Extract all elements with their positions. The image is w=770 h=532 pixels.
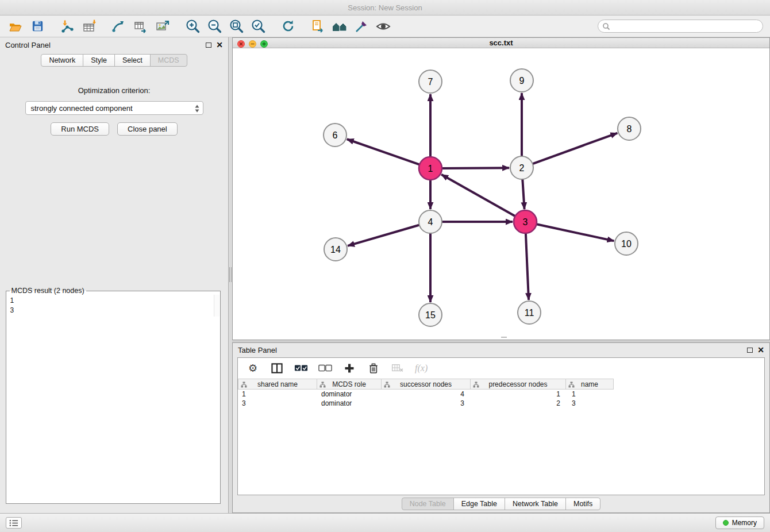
- memory-button[interactable]: Memory: [715, 516, 764, 529]
- graph-node[interactable]: 6: [324, 124, 346, 147]
- graph-node[interactable]: 4: [419, 210, 442, 233]
- graph-edge[interactable]: [526, 232, 529, 300]
- table-settings-button[interactable]: ⚙: [246, 361, 260, 375]
- column-header[interactable]: successor nodes: [381, 379, 471, 390]
- graph-node[interactable]: 8: [618, 117, 641, 140]
- criterion-dropdown[interactable]: strongly connected component: [25, 101, 203, 115]
- zoom-window-icon[interactable]: [260, 40, 268, 48]
- graph-edge[interactable]: [441, 168, 509, 168]
- network-canvas[interactable]: 7968124314101511: [233, 48, 769, 340]
- close-panel-icon[interactable]: ✕: [216, 41, 223, 49]
- show-graphics-details-button[interactable]: [375, 18, 392, 35]
- graph-node-label: 1: [428, 164, 433, 174]
- table-row[interactable]: 1dominator411: [238, 390, 764, 399]
- float-table-panel-icon[interactable]: [747, 348, 753, 353]
- graph-node-label: 2: [519, 163, 525, 173]
- graph-node-label: 4: [428, 217, 433, 227]
- homology-button[interactable]: [331, 18, 348, 35]
- save-session-button[interactable]: [29, 18, 46, 35]
- table-cell[interactable]: 3: [382, 399, 472, 408]
- table-cell[interactable]: 3: [238, 399, 317, 408]
- graph-node[interactable]: 15: [419, 303, 442, 326]
- table-row[interactable]: 3dominator323: [238, 399, 764, 408]
- graph-edge[interactable]: [532, 133, 617, 164]
- graph-node[interactable]: 14: [324, 238, 347, 261]
- table-cell[interactable]: dominator: [317, 399, 382, 408]
- column-header[interactable]: MCDS role: [317, 379, 382, 390]
- panel-splitter[interactable]: [229, 37, 232, 513]
- search-input[interactable]: [598, 20, 763, 33]
- tab-select[interactable]: Select: [114, 54, 151, 67]
- result-scrollbar[interactable]: [214, 295, 220, 317]
- column-header[interactable]: predecessor nodes: [470, 379, 566, 390]
- tab-motifs[interactable]: Motifs: [565, 498, 600, 510]
- duplicate-page-icon: [310, 19, 325, 34]
- network-window-titlebar[interactable]: scc.txt: [233, 38, 769, 48]
- table-cell[interactable]: 1: [568, 390, 616, 399]
- new-network-button[interactable]: [110, 18, 128, 35]
- show-columns-button[interactable]: [270, 361, 284, 375]
- float-panel-icon[interactable]: [206, 43, 211, 48]
- zoom-in-button[interactable]: [184, 18, 201, 35]
- plus-icon: [344, 363, 355, 373]
- criterion-value: strongly connected component: [31, 104, 133, 113]
- new-network-table-button[interactable]: [132, 18, 149, 35]
- graph-node-label: 8: [627, 124, 632, 134]
- import-table-button[interactable]: [80, 18, 98, 35]
- zoom-fit-button[interactable]: [228, 18, 245, 35]
- graph-node[interactable]: 11: [518, 301, 541, 324]
- close-panel-button[interactable]: Close panel: [117, 122, 178, 136]
- minimize-window-icon[interactable]: [249, 40, 256, 48]
- graph-node[interactable]: 1: [419, 157, 442, 180]
- splitter-grip[interactable]: [229, 267, 232, 282]
- open-file-button[interactable]: [7, 18, 24, 35]
- graph-node[interactable]: 2: [510, 156, 533, 179]
- zoom-selected-button[interactable]: [249, 18, 267, 35]
- table-cell[interactable]: 3: [568, 399, 616, 408]
- show-panels-button[interactable]: [6, 517, 22, 529]
- tab-edge-table[interactable]: Edge Table: [453, 498, 505, 510]
- duplicate-page-button[interactable]: [309, 18, 326, 35]
- function-builder-button[interactable]: f(x): [415, 361, 428, 375]
- column-header[interactable]: shared name: [238, 379, 317, 390]
- graph-edge[interactable]: [348, 225, 421, 246]
- graph-edge[interactable]: [522, 178, 524, 209]
- close-window-icon[interactable]: [237, 40, 245, 48]
- close-table-panel-icon[interactable]: ✕: [757, 346, 764, 354]
- tab-mcds[interactable]: MCDS: [150, 54, 187, 67]
- table-cell[interactable]: 1: [472, 390, 568, 399]
- style-brush-button[interactable]: [353, 18, 370, 35]
- table-cell[interactable]: dominator: [317, 390, 382, 399]
- deselect-all-columns-button[interactable]: [318, 361, 332, 375]
- tab-network-table[interactable]: Network Table: [505, 498, 566, 510]
- list-icon: [9, 519, 18, 527]
- style-brush-icon: [354, 19, 369, 34]
- delete-row-button[interactable]: [367, 361, 380, 375]
- export-image-button[interactable]: [154, 18, 171, 35]
- tab-network[interactable]: Network: [41, 54, 83, 67]
- import-network-button[interactable]: [59, 18, 76, 35]
- import-network-icon: [60, 19, 75, 34]
- column-header[interactable]: name: [565, 379, 614, 390]
- table-cell[interactable]: 2: [472, 399, 568, 408]
- delete-table-icon: [391, 364, 404, 373]
- run-mcds-button[interactable]: Run MCDS: [51, 122, 109, 136]
- table-cell[interactable]: 1: [238, 390, 317, 399]
- graph-edge[interactable]: [536, 224, 614, 241]
- graph-edge[interactable]: [347, 139, 421, 165]
- graph-node[interactable]: 10: [615, 232, 638, 255]
- tab-style[interactable]: Style: [83, 54, 115, 67]
- add-row-button[interactable]: [342, 361, 356, 375]
- graph-node[interactable]: 7: [419, 70, 442, 93]
- window-resize-grip[interactable]: [501, 337, 507, 340]
- graph-node[interactable]: 3: [514, 210, 537, 233]
- refresh-button[interactable]: [279, 18, 297, 35]
- zoom-out-button[interactable]: [206, 18, 223, 35]
- select-all-columns-button[interactable]: [294, 361, 308, 375]
- network-graph[interactable]: 7968124314101511: [233, 48, 769, 338]
- delete-table-button[interactable]: [391, 361, 405, 375]
- graph-edge[interactable]: [441, 175, 516, 217]
- table-cell[interactable]: 4: [382, 390, 472, 399]
- graph-node[interactable]: 9: [510, 69, 533, 92]
- tab-node-table[interactable]: Node Table: [402, 498, 454, 510]
